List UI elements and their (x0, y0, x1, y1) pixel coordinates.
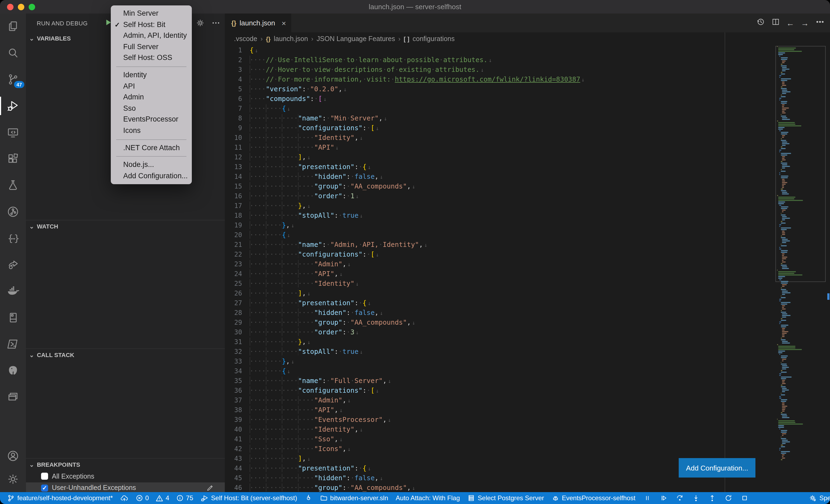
code-line[interactable]: 33········},↓ (225, 357, 776, 366)
code-line[interactable]: 34········{↓ (225, 366, 776, 376)
code-line[interactable]: 15················"group":·"AA_compounds… (225, 181, 776, 191)
menu-item[interactable]: API (111, 81, 192, 92)
breakpoint-row[interactable]: All Exceptions (26, 471, 225, 482)
back-icon[interactable]: ← (786, 19, 795, 28)
account-icon[interactable] (0, 449, 26, 462)
code-line[interactable]: 13············"presentation":·{↓ (225, 162, 776, 172)
debug-settings-gear-icon[interactable] (196, 19, 205, 30)
menu-item[interactable]: Sso (111, 103, 192, 114)
section-call-stack[interactable]: ⌄CALL STACK (26, 348, 225, 361)
code-line[interactable]: 24················"API",↓ (225, 269, 776, 279)
close-window-button[interactable] (7, 3, 13, 10)
code-line[interactable]: 4····//·For·more·information,·visit:·htt… (225, 74, 776, 84)
menu-item[interactable]: Node.js... (111, 159, 192, 170)
menu-item[interactable]: Icons (111, 125, 192, 136)
pause-button[interactable] (639, 494, 656, 502)
menu-item[interactable]: Admin (111, 92, 192, 103)
brackets-smiley-icon[interactable]: {} (0, 232, 26, 245)
code-line[interactable]: 37················"Admin",↓ (225, 395, 776, 405)
auto-attach-status[interactable]: Auto Attach: With Flag (392, 494, 464, 502)
add-configuration-button[interactable]: Add Configuration... (679, 458, 756, 477)
views-more-actions-icon[interactable] (211, 19, 220, 30)
breakpoint-checkbox[interactable] (41, 473, 48, 480)
code-line[interactable]: 36············"configurations":·[↓ (225, 386, 776, 395)
code-line[interactable]: 20········{↓ (225, 230, 776, 240)
zoom-window-button[interactable] (29, 3, 35, 10)
step-out-button[interactable] (704, 494, 720, 502)
code-line[interactable]: 18············"stopAll":·true↓ (225, 211, 776, 221)
minimize-window-button[interactable] (18, 3, 24, 10)
tab-launch-json[interactable]: {} launch.json × (225, 13, 291, 32)
storage-icon[interactable] (0, 311, 26, 324)
step-over-button[interactable] (672, 494, 688, 502)
code-editor[interactable]: 1{↓2····//·Use·IntelliSense·to·learn·abo… (225, 45, 776, 492)
more-actions-icon[interactable] (816, 17, 825, 29)
code-line[interactable]: 12············],↓ (225, 152, 776, 162)
code-line[interactable]: 3····//·Hover·to·view·descriptions·of·ex… (225, 65, 776, 74)
step-into-button[interactable] (688, 494, 704, 502)
code-line[interactable]: 23················"Admin",↓ (225, 259, 776, 269)
code-line[interactable]: 32············"stopAll":·true↓ (225, 347, 776, 357)
run-debug-icon[interactable] (0, 99, 26, 112)
search-icon[interactable] (0, 46, 26, 59)
menu-item[interactable]: Full Server (111, 42, 192, 53)
code-line[interactable]: 19········},↓ (225, 221, 776, 230)
code-line[interactable]: 26············],↓ (225, 289, 776, 298)
code-line[interactable]: 39················"EventsProcessor",↓ (225, 415, 776, 425)
split-editor-icon[interactable] (771, 17, 780, 29)
section-watch[interactable]: ⌄WATCH (26, 220, 225, 232)
events-processor-status[interactable]: EventsProcessor-selfhost (548, 494, 639, 502)
postgres-server-status[interactable]: Select Postgres Server (464, 494, 548, 502)
problems-status[interactable]: 0475 (132, 494, 197, 502)
continue-button[interactable] (656, 494, 672, 502)
breadcrumb-item[interactable]: JSON Language Features (317, 35, 395, 43)
code-line[interactable]: 38················"API",↓ (225, 405, 776, 415)
settings-gear-icon[interactable] (0, 473, 26, 485)
sync-changes-button[interactable] (117, 494, 132, 502)
debug-config-status[interactable]: Self Host: Bit (server-selfhost) (197, 494, 301, 502)
docker-icon[interactable] (0, 285, 26, 298)
stop-button[interactable] (736, 494, 753, 502)
code-line[interactable]: 40················"Identity",↓ (225, 425, 776, 434)
solution-status[interactable]: bitwarden-server.sln (316, 494, 392, 502)
breakpoint-checkbox[interactable]: ✓ (41, 484, 48, 492)
code-line[interactable]: 28················"hidden":·false,↓ (225, 308, 776, 317)
menu-item[interactable]: Add Configuration... (111, 170, 192, 181)
code-line[interactable]: 46················"group":·"AA_compounds… (225, 483, 776, 492)
code-line[interactable]: 41················"Sso",↓ (225, 434, 776, 444)
git-branch-status[interactable]: feature/self-hosted-development* (3, 494, 117, 502)
menu-item[interactable]: EventsProcessor (111, 114, 192, 125)
code-line[interactable]: 7········{↓ (225, 104, 776, 113)
code-line[interactable]: 14················"hidden":·false,↓ (225, 172, 776, 181)
code-line[interactable]: 27············"presentation":·{↓ (225, 298, 776, 308)
code-line[interactable]: 17············},↓ (225, 201, 776, 211)
test-icon[interactable] (0, 179, 26, 192)
share-icon[interactable] (0, 258, 26, 271)
breadcrumb-item[interactable]: configurations (413, 35, 455, 43)
code-line[interactable]: 2····//·Use·IntelliSense·to·learn·about·… (225, 55, 776, 65)
code-line[interactable]: 25················"Identity"↓ (225, 279, 776, 289)
extensions-icon[interactable] (0, 152, 26, 165)
spell-checker-status[interactable]: Spell (805, 494, 830, 502)
code-line[interactable]: 9············"configurations":·[↓ (225, 123, 776, 133)
menu-item[interactable]: Identity (111, 70, 192, 81)
menu-item[interactable]: ✓Self Host: Bit (111, 19, 192, 30)
remote-explorer-icon[interactable] (0, 126, 26, 139)
gitlens-icon[interactable] (0, 205, 26, 218)
code-line[interactable]: 10················"Identity",↓ (225, 133, 776, 143)
code-line[interactable]: 8············"name":·"Min·Server",↓ (225, 113, 776, 123)
code-line[interactable]: 21············"name":·"Admin,·API,·Ident… (225, 240, 776, 249)
windows-layout-icon[interactable] (0, 391, 26, 404)
minimap[interactable] (776, 46, 825, 463)
code-line[interactable]: 30················"order":·3↓ (225, 327, 776, 337)
code-line[interactable]: 11················"API"↓ (225, 143, 776, 152)
code-line[interactable]: 22············"configurations":·[↓ (225, 249, 776, 259)
code-line[interactable]: 35············"name":·"Full·Server",↓ (225, 376, 776, 386)
restart-button[interactable] (720, 494, 736, 502)
flame-status-icon[interactable] (301, 494, 316, 502)
explorer-icon[interactable] (0, 20, 26, 33)
code-line[interactable]: 29················"group":·"AA_compounds… (225, 317, 776, 327)
code-line[interactable]: 31············},↓ (225, 337, 776, 347)
source-control-icon[interactable]: 47 (0, 73, 26, 86)
breadcrumb-item[interactable]: .vscode (234, 35, 257, 43)
